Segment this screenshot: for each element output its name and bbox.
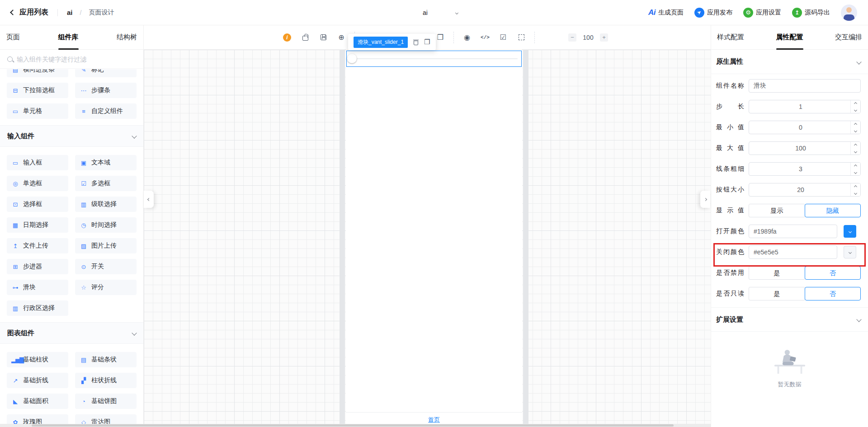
line-width-input[interactable] bbox=[749, 162, 861, 176]
min-value-stepper[interactable] bbox=[850, 121, 860, 134]
component-item-line-chart[interactable]: ↗ 基础折线 bbox=[7, 373, 68, 388]
component-item-dropdown-filter[interactable]: ⊟ 下拉筛选框 bbox=[7, 83, 68, 98]
component-item-textarea[interactable]: ▣ 文本域 bbox=[75, 155, 137, 170]
no-option[interactable]: 否 bbox=[805, 287, 861, 300]
unlock-button[interactable] bbox=[300, 33, 310, 42]
chevron-down-icon[interactable] bbox=[132, 330, 137, 335]
save-button[interactable] bbox=[318, 33, 328, 42]
app-publish-button[interactable]: ➤ 应用发布 bbox=[694, 8, 732, 18]
tab-component-library[interactable]: 组件库 bbox=[58, 25, 79, 50]
collapse-panel-handle[interactable] bbox=[700, 191, 710, 208]
decrement-icon[interactable] bbox=[854, 191, 857, 194]
section-chart-components[interactable]: 图表组件 bbox=[0, 322, 143, 344]
section-input-components[interactable]: 输入组件 bbox=[0, 125, 143, 147]
component-item-image-upload[interactable]: ▨ 图片上传 bbox=[75, 238, 137, 253]
locate-button[interactable]: ⊕ bbox=[336, 33, 346, 42]
yes-option[interactable]: 是 bbox=[749, 287, 805, 300]
decrement-icon[interactable] bbox=[854, 108, 857, 111]
chevron-down-icon[interactable] bbox=[856, 317, 861, 322]
zoom-out-button[interactable]: − bbox=[568, 33, 576, 42]
tab-interaction-config[interactable]: 交互编排 bbox=[835, 25, 862, 50]
component-item-horizontal-progress[interactable]: ▤ 横向进度条 bbox=[7, 69, 68, 77]
canvas-grid[interactable]: 首页 bbox=[144, 50, 711, 427]
slider-handle[interactable] bbox=[347, 54, 357, 63]
no-option[interactable]: 否 bbox=[805, 266, 861, 280]
inactive-color-swatch[interactable] bbox=[844, 246, 856, 258]
back-icon[interactable] bbox=[10, 9, 16, 15]
decrement-icon[interactable] bbox=[854, 170, 857, 174]
component-item-file-upload[interactable]: ↥ 文件上传 bbox=[7, 238, 68, 253]
component-item-rate[interactable]: ☆ 评分 bbox=[75, 280, 137, 295]
copy-component-button[interactable]: ❐ bbox=[424, 38, 430, 46]
user-avatar[interactable] bbox=[841, 5, 857, 21]
component-item-switch[interactable]: ⊙ 开关 bbox=[75, 259, 137, 274]
tab-property-config[interactable]: 属性配置 bbox=[776, 25, 803, 50]
increment-icon[interactable] bbox=[854, 143, 857, 146]
component-item-area-chart[interactable]: ◣ 基础面积 bbox=[7, 394, 68, 409]
component-item-cascader[interactable]: ▥ 级联选择 bbox=[75, 197, 137, 212]
step-stepper[interactable] bbox=[850, 100, 860, 113]
button-size-stepper[interactable] bbox=[850, 183, 860, 196]
active-color-input[interactable] bbox=[749, 225, 837, 238]
horizontal-scrollbar-thumb[interactable] bbox=[32, 424, 674, 427]
paste-button[interactable]: ❒ bbox=[435, 33, 445, 42]
component-item-bar-chart[interactable]: ▂▅▇ 基础柱状 bbox=[7, 352, 68, 367]
active-color-swatch[interactable] bbox=[844, 225, 856, 238]
phone-left-scrollbar[interactable] bbox=[340, 50, 345, 424]
component-item-district-picker[interactable]: ▥ 行政区选择 bbox=[7, 300, 68, 316]
chevron-down-icon[interactable] bbox=[856, 59, 861, 64]
max-value-stepper[interactable] bbox=[850, 142, 860, 155]
component-item-marker[interactable]: ✎ 标记 bbox=[75, 69, 137, 77]
preview-button[interactable]: ◉ bbox=[462, 33, 472, 42]
increment-icon[interactable] bbox=[854, 185, 857, 188]
button-size-input[interactable] bbox=[749, 183, 861, 197]
component-item-custom-component[interactable]: ≡ 自定义组件 bbox=[75, 103, 137, 119]
component-search-input[interactable] bbox=[17, 56, 136, 63]
hide-option[interactable]: 隐藏 bbox=[805, 204, 861, 217]
generate-page-button[interactable]: Ai 生成页面 bbox=[648, 8, 684, 17]
section-native-properties[interactable]: 原生属性 bbox=[711, 50, 868, 74]
chevron-down-icon[interactable] bbox=[132, 133, 137, 138]
zoom-in-button[interactable]: + bbox=[600, 33, 608, 42]
show-option[interactable]: 显示 bbox=[749, 204, 805, 217]
section-extension-settings[interactable]: 扩展设置 bbox=[711, 307, 868, 332]
horizontal-scrollbar[interactable] bbox=[0, 424, 711, 427]
decrement-icon[interactable] bbox=[854, 129, 857, 132]
increment-icon[interactable] bbox=[854, 122, 857, 126]
component-item-pie-chart[interactable]: ◔ 基础饼图 bbox=[75, 394, 137, 409]
component-name-input[interactable] bbox=[749, 79, 861, 93]
breadcrumb-app-name[interactable]: ai bbox=[67, 9, 73, 16]
app-settings-button[interactable]: ⚙ 应用设置 bbox=[743, 8, 781, 18]
tab-style-config[interactable]: 样式配置 bbox=[717, 25, 744, 50]
collapse-sidebar-handle[interactable] bbox=[144, 191, 154, 208]
page-check-button[interactable]: ☑ bbox=[498, 33, 508, 42]
tab-structure-tree[interactable]: 结构树 bbox=[117, 25, 137, 50]
component-item-rose-chart[interactable]: ✿ 玫瑰图 bbox=[7, 414, 68, 424]
component-item-checkbox[interactable]: ☑ 多选框 bbox=[75, 176, 137, 191]
component-item-stepper[interactable]: ⊞ 步进器 bbox=[7, 259, 68, 274]
source-code-button[interactable]: </> bbox=[480, 33, 490, 42]
delete-component-button[interactable] bbox=[413, 39, 419, 45]
selected-component-tag[interactable]: 滑块_vant_slider_1 bbox=[354, 37, 408, 48]
chevron-down-icon[interactable] bbox=[455, 11, 458, 14]
component-item-bar-line-chart[interactable]: ▞ 柱状折线 bbox=[75, 373, 137, 388]
component-item-time-picker[interactable]: ◷ 时间选择 bbox=[75, 217, 137, 233]
source-export-button[interactable]: ↥ 源码导出 bbox=[792, 8, 830, 18]
step-input[interactable] bbox=[749, 100, 861, 113]
frame-button[interactable] bbox=[516, 33, 526, 42]
component-item-date-picker[interactable]: ▦ 日期选择 bbox=[7, 217, 68, 233]
tab-pages[interactable]: 页面 bbox=[6, 25, 20, 50]
component-item-select[interactable]: ⊡ 选择框 bbox=[7, 197, 68, 212]
phone-preview[interactable] bbox=[346, 50, 522, 424]
component-item-hbar-chart[interactable]: ▤ 基础条状 bbox=[75, 352, 137, 367]
info-icon[interactable]: i bbox=[283, 33, 291, 42]
min-value-input[interactable] bbox=[749, 121, 861, 134]
component-item-radio[interactable]: ◎ 单选框 bbox=[7, 176, 68, 191]
component-item-cell[interactable]: ▭ 单元格 bbox=[7, 103, 68, 119]
phone-right-scrollbar[interactable] bbox=[523, 50, 528, 424]
decrement-icon[interactable] bbox=[854, 150, 857, 153]
component-item-steps-bar[interactable]: ⋯ 步骤条 bbox=[75, 83, 137, 98]
inactive-color-input[interactable] bbox=[749, 245, 837, 259]
page-select-dropdown[interactable]: ai bbox=[423, 0, 428, 25]
line-width-stepper[interactable] bbox=[850, 163, 860, 175]
